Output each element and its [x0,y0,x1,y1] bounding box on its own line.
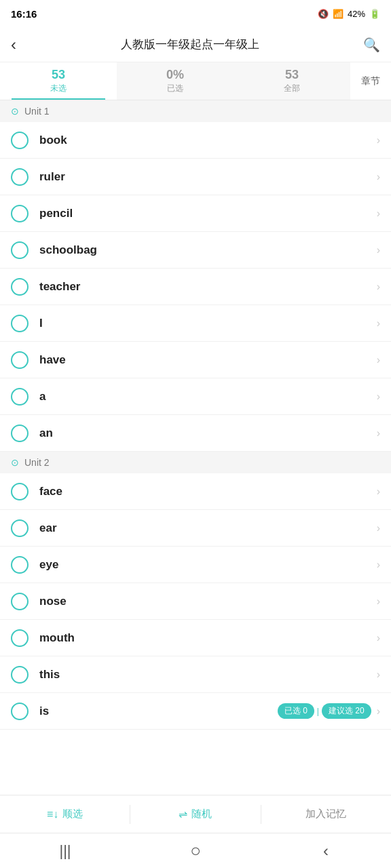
section-unit2: ⊙ Unit 2 [0,452,391,473]
random-label: 随机 [191,808,212,821]
word-text-an: an [39,427,377,440]
word-item-this[interactable]: this › [0,656,391,693]
word-item-have[interactable]: have › [0,342,391,378]
status-time: 16:16 [11,8,37,20]
tab-bar: 53 未选 0% 已选 53 全部 章节 [0,62,391,100]
checkbox-face[interactable] [11,483,29,500]
checkbox-schoolbag[interactable] [11,241,29,259]
back-nav-icon: ‹ [323,842,329,861]
header: ‹ 人教版一年级起点一年级上 🔍 [0,27,391,62]
add-memory-label: 加入记忆 [305,808,346,821]
word-item-an[interactable]: an › [0,415,391,452]
checkbox-nose[interactable] [11,593,29,610]
checkbox-this[interactable] [11,666,29,684]
word-item-ear[interactable]: ear › [0,510,391,547]
sequential-label: 顺选 [62,808,83,821]
sequential-button[interactable]: ≡↓ 顺选 [0,795,130,833]
arrow-is: › [377,705,380,717]
word-item-is[interactable]: is 已选 0 | 建议选 20 › [0,693,391,730]
word-text-eye: eye [39,558,377,572]
word-item-ruler[interactable]: ruler › [0,159,391,195]
tab-chapter[interactable]: 章节 [350,62,391,100]
word-text-have: have [39,353,377,367]
battery-level: 42% [348,9,365,19]
tab-selected[interactable]: 0% 已选 [117,62,234,100]
word-text-schoolbag: schoolbag [39,243,377,257]
random-icon: ⇌ [179,808,187,821]
search-button[interactable]: 🔍 [363,37,380,53]
arrow-i: › [377,317,380,330]
tab-selected-count: 0% [166,68,184,82]
unit1-title: Unit 1 [24,106,50,117]
checkbox-i[interactable] [11,315,29,332]
word-text-face: face [39,485,377,498]
unit2-title: Unit 2 [24,457,50,468]
chapter-label: 章节 [361,75,380,87]
word-item-eye[interactable]: eye › [0,547,391,583]
word-item-a[interactable]: a › [0,378,391,415]
checkbox-book[interactable] [11,132,29,149]
word-item-pencil[interactable]: pencil › [0,195,391,232]
suggestion-badge-container: 已选 0 | 建议选 20 [278,703,371,719]
home-icon: ○ [190,840,201,861]
word-item-teacher[interactable]: teacher › [0,269,391,305]
nav-home[interactable]: ○ [168,833,223,868]
word-list: ⊙ Unit 1 book › ruler › pencil › schoolb… [0,100,391,795]
word-item-face[interactable]: face › [0,473,391,510]
word-text-this: this [39,668,377,682]
mute-icon: 🔇 [318,9,329,19]
collapse-icon-unit2[interactable]: ⊙ [11,457,19,468]
nav-bar: ||| ○ ‹ [0,833,391,868]
checkbox-ruler[interactable] [11,168,29,186]
checkbox-pencil[interactable] [11,205,29,222]
word-text-is: is [39,705,278,718]
word-item-schoolbag[interactable]: schoolbag › [0,232,391,269]
arrow-schoolbag: › [377,244,380,256]
word-item-nose[interactable]: nose › [0,583,391,620]
word-text-ruler: ruler [39,170,377,184]
checkbox-have[interactable] [11,351,29,369]
sequential-icon: ≡↓ [47,808,58,821]
status-icons: 🔇 📶 42% 🔋 [318,9,380,19]
collapse-icon-unit1[interactable]: ⊙ [11,106,19,117]
section-unit1: ⊙ Unit 1 [0,100,391,122]
nav-back[interactable]: ‹ [299,833,353,868]
arrow-teacher: › [377,281,380,293]
arrow-face: › [377,486,380,498]
back-button[interactable]: ‹ [11,35,16,54]
add-memory-button[interactable]: 加入记忆 [261,795,391,833]
word-text-a: a [39,390,377,403]
word-text-i: I [39,317,377,330]
checkbox-teacher[interactable] [11,278,29,296]
badge-divider: | [317,707,319,716]
tab-unselected-count: 53 [52,68,65,82]
arrow-this: › [377,669,380,681]
checkbox-eye[interactable] [11,556,29,574]
menu-icon: ||| [59,842,71,860]
battery-icon: 🔋 [369,9,380,19]
tab-total-count: 53 [285,68,299,82]
status-bar: 16:16 🔇 📶 42% 🔋 [0,0,391,27]
arrow-an: › [377,427,380,439]
checkbox-ear[interactable] [11,519,29,537]
random-button[interactable]: ⇌ 随机 [130,795,260,833]
word-item-i[interactable]: I › [0,305,391,342]
tab-total[interactable]: 53 全部 [234,62,350,100]
selected-count-badge: 已选 0 [278,703,314,719]
word-item-book[interactable]: book › [0,122,391,159]
word-text-pencil: pencil [39,207,377,220]
checkbox-mouth[interactable] [11,629,29,647]
wifi-icon: 📶 [333,9,343,19]
nav-menu[interactable]: ||| [38,833,92,868]
checkbox-is[interactable] [11,703,29,720]
word-text-teacher: teacher [39,280,377,294]
tab-unselected[interactable]: 53 未选 [0,62,117,100]
checkbox-a[interactable] [11,388,29,406]
word-text-nose: nose [39,595,377,608]
arrow-pencil: › [377,208,380,220]
word-item-mouth[interactable]: mouth › [0,620,391,656]
arrow-ear: › [377,522,380,534]
checkbox-an[interactable] [11,425,29,442]
arrow-nose: › [377,595,380,608]
arrow-book: › [377,134,380,146]
